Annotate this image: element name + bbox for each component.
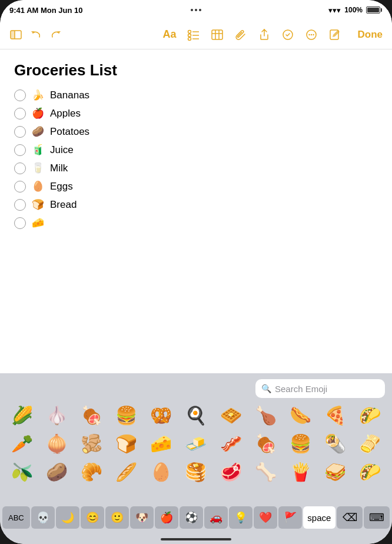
format-text-icon[interactable]: Aa <box>162 28 176 41</box>
emoji-steak[interactable]: 🥩 <box>215 458 246 485</box>
checkbox-7[interactable] <box>14 199 26 211</box>
emoji-garlic[interactable]: 🧄 <box>42 402 72 429</box>
checkbox-4[interactable] <box>14 144 26 156</box>
emoji-burger2[interactable]: 🍔 <box>285 430 315 457</box>
moon-key[interactable]: 🌙 <box>56 506 79 529</box>
item-emoji-3: 🥔 <box>32 125 44 138</box>
symbols-key[interactable]: ❤️ <box>254 506 277 529</box>
keyboard-icon[interactable]: ⌨ <box>364 506 390 529</box>
emoji-pretzel[interactable]: 🥨 <box>146 402 177 429</box>
emoji-keyboard: 🔍 Search Emoji 🌽 🧄 🍖 🍔 🥨 🍳 🧇 🍗 🌭 🍕 🌮 🥕 <box>0 373 392 544</box>
list-item: 🍞 Bread <box>14 198 378 211</box>
objects-key[interactable]: 💡 <box>229 506 253 529</box>
wifi-icon: ▾▾▾ <box>328 6 341 15</box>
emoji-taco2[interactable]: 🌮 <box>354 458 385 485</box>
device-frame: 9:41 AM Mon Jun 10 ▾▾▾ 100% <box>0 0 392 544</box>
emoji-search-input[interactable]: 🔍 Search Emoji <box>255 379 385 398</box>
toolbar-center: Aa <box>162 28 341 41</box>
emoji-taco[interactable]: 🌮 <box>354 402 385 429</box>
emoji-bacon[interactable]: 🥓 <box>215 430 246 457</box>
more-icon[interactable] <box>305 28 318 41</box>
item-text-5[interactable]: Milk <box>50 162 68 174</box>
emoji-sandwich[interactable]: 🥪 <box>320 458 350 485</box>
emoji-meat[interactable]: 🍖 <box>77 402 107 429</box>
item-text-7[interactable]: Bread <box>50 199 77 211</box>
emoji-croissant[interactable]: 🥐 <box>77 458 107 485</box>
emoji-tamale[interactable]: 🫔 <box>354 430 385 457</box>
food-key[interactable]: 🍎 <box>155 506 178 529</box>
emoji-ginger[interactable]: 🫚 <box>77 430 107 457</box>
item-text-6[interactable]: Eggs <box>50 181 73 193</box>
item-text-2[interactable]: Apples <box>50 108 81 120</box>
emoji-egg[interactable]: 🥚 <box>146 458 177 485</box>
compose-icon[interactable] <box>328 28 341 41</box>
keyboard-bottom-bar: ABC 💀 🌙 😊 🙂 🐶 🍎 ⚽ 🚗 💡 ❤️ 🚩 space ⌫ ⌨ <box>0 504 392 531</box>
delete-key[interactable]: ⌫ <box>337 506 363 529</box>
sidebar-toggle-icon[interactable] <box>9 28 22 41</box>
flags-key[interactable]: 🚩 <box>278 506 302 529</box>
emoji-carrot[interactable]: 🥕 <box>7 430 38 457</box>
share-icon[interactable] <box>258 28 271 41</box>
item-text-3[interactable]: Potatoes <box>50 126 89 138</box>
svg-point-3 <box>188 30 191 33</box>
undo-icon[interactable] <box>29 28 42 41</box>
emoji-burger[interactable]: 🍔 <box>111 402 142 429</box>
checkbox-1[interactable] <box>14 89 26 101</box>
svg-point-7 <box>188 37 191 40</box>
emoji-waffle[interactable]: 🧇 <box>215 402 246 429</box>
redo-icon[interactable] <box>49 28 62 41</box>
checkbox-5[interactable] <box>14 162 26 174</box>
space-key[interactable]: space <box>303 506 335 529</box>
checkbox-6[interactable] <box>14 181 26 193</box>
emoji-hotdog[interactable]: 🌭 <box>285 402 315 429</box>
item-emoji-8: 🧀 <box>32 217 44 229</box>
emoji-search-bar: 🔍 Search Emoji <box>0 373 392 402</box>
emoji-corn[interactable]: 🌽 <box>7 402 38 429</box>
emoji-drumstick[interactable]: 🍗 <box>250 402 281 429</box>
search-icon: 🔍 <box>261 384 271 393</box>
attachment-icon[interactable] <box>234 28 247 41</box>
list-item: 🧃 Juice <box>14 144 378 156</box>
abc-key[interactable]: ABC <box>2 506 30 529</box>
dot-3 <box>199 9 201 11</box>
emoji-baguette[interactable]: 🥖 <box>111 458 142 485</box>
list-item: 🍌 Bananas <box>14 89 378 101</box>
face-key[interactable]: 🙂 <box>105 506 129 529</box>
emoji-butter[interactable]: 🧈 <box>181 430 211 457</box>
emoji-olive[interactable]: 🫒 <box>7 458 38 485</box>
markup-icon[interactable] <box>281 28 294 41</box>
checkbox-8[interactable] <box>14 217 26 229</box>
emoji-potato[interactable]: 🥔 <box>42 458 72 485</box>
item-emoji-4: 🧃 <box>32 144 44 156</box>
emoji-pancakes[interactable]: 🥞 <box>181 458 211 485</box>
svg-rect-9 <box>212 30 222 39</box>
emoji-onion[interactable]: 🧅 <box>42 430 72 457</box>
emoji-cheese[interactable]: 🧀 <box>146 430 177 457</box>
checkbox-2[interactable] <box>14 108 26 120</box>
animal-key[interactable]: 🐶 <box>130 506 154 529</box>
emoji-pizza[interactable]: 🍕 <box>320 402 350 429</box>
emoji-bone[interactable]: 🦴 <box>250 458 281 485</box>
svg-point-5 <box>188 34 191 37</box>
checklist-icon[interactable] <box>187 28 200 41</box>
item-emoji-7: 🍞 <box>32 198 44 211</box>
table-icon[interactable] <box>211 28 224 41</box>
item-text-4[interactable]: Juice <box>50 144 74 156</box>
smile-key[interactable]: 😊 <box>81 506 104 529</box>
emoji-pan[interactable]: 🍳 <box>181 402 211 429</box>
travel-key[interactable]: 🚗 <box>204 506 228 529</box>
item-text-1[interactable]: Bananas <box>50 89 89 101</box>
sports-key[interactable]: ⚽ <box>180 506 203 529</box>
status-time: 9:41 AM Mon Jun 10 <box>9 6 83 15</box>
emoji-bread[interactable]: 🍞 <box>111 430 142 457</box>
toolbar-left <box>9 28 62 41</box>
search-placeholder-text: Search Emoji <box>275 384 327 394</box>
done-button[interactable]: Done <box>358 29 383 41</box>
emoji-wrap[interactable]: 🌯 <box>320 430 350 457</box>
dot-2 <box>195 9 197 11</box>
list-item: 🥚 Eggs <box>14 180 378 193</box>
checkbox-3[interactable] <box>14 126 26 138</box>
emoji-fries[interactable]: 🍟 <box>285 458 315 485</box>
emoji-leg[interactable]: 🍖 <box>250 430 281 457</box>
skull-key[interactable]: 💀 <box>31 506 55 529</box>
